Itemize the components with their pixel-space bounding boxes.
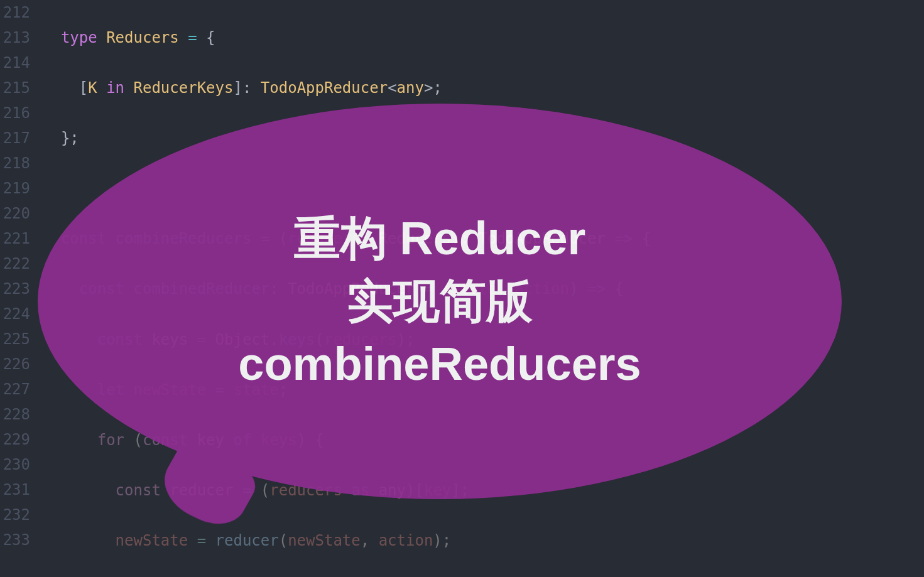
bubble-line3: combineReducers [238,333,641,396]
line-number-gutter: 212 213 214 215 216 217 218 219 220 221 … [0,0,43,577]
bubble-line1: 重构 Reducer [238,207,641,270]
line-number: 231 [0,477,30,502]
line-number: 218 [0,151,30,176]
line-number: 219 [0,176,30,201]
bubble-title: 重构 Reducer 实现简版 combineReducers [238,207,641,396]
line-number: 226 [0,352,30,377]
line-number: 214 [0,50,30,75]
line-number: 233 [0,527,30,553]
code-line[interactable]: type Reducers = { [43,25,924,50]
speech-bubble-overlay: 重构 Reducer 实现简版 combineReducers [38,104,842,499]
line-number: 227 [0,377,30,402]
line-number: 232 [0,502,30,527]
line-number: 216 [0,100,30,126]
line-number: 213 [0,25,30,50]
line-number: 225 [0,326,30,352]
line-number: 230 [0,452,30,477]
line-number: 228 [0,402,30,427]
code-line[interactable]: newState = reducer(newState, action); [43,528,924,553]
line-number: 223 [0,276,30,301]
code-line[interactable]: [K in ReducerKeys]: TodoAppReducer<any>; [43,75,924,100]
line-number: 215 [0,75,30,100]
line-number: 222 [0,251,30,276]
line-number: 224 [0,301,30,326]
line-number: 212 [0,0,30,25]
line-number: 220 [0,201,30,226]
line-number: 217 [0,126,30,151]
line-number: 221 [0,226,30,251]
line-number: 229 [0,427,30,452]
bubble-line2: 实现简版 [238,270,641,333]
